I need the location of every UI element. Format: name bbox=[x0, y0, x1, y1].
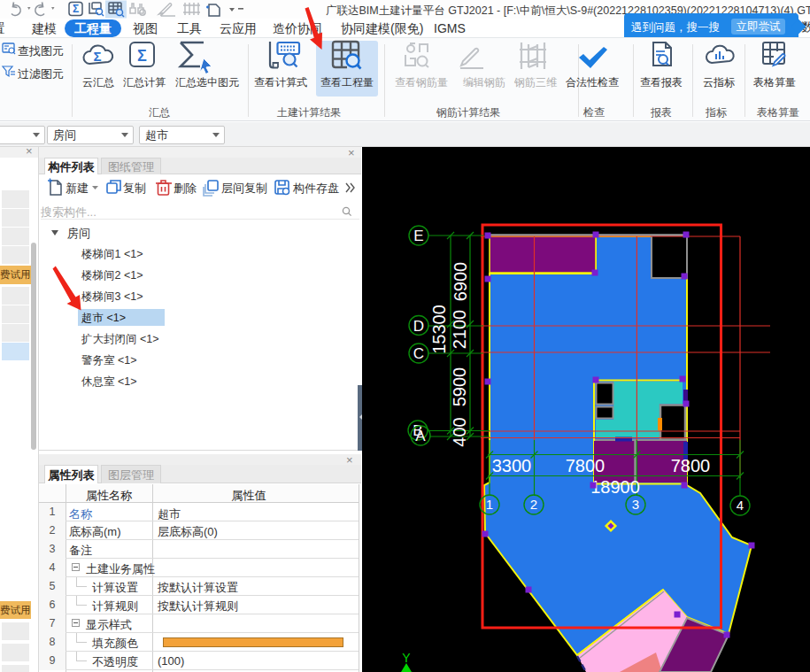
svg-text:Σ: Σ bbox=[93, 49, 101, 64]
svg-text:2: 2 bbox=[530, 497, 537, 512]
svg-text:7800: 7800 bbox=[671, 456, 711, 475]
svg-text:6900: 6900 bbox=[451, 262, 470, 302]
svg-text:15300: 15300 bbox=[429, 305, 449, 354]
svg-text:Σ: Σ bbox=[73, 3, 79, 15]
svg-text:A: A bbox=[415, 428, 426, 444]
svg-text:Σ: Σ bbox=[137, 47, 147, 65]
svg-text:Y: Y bbox=[402, 651, 411, 665]
svg-text:7800: 7800 bbox=[566, 456, 606, 475]
svg-text:2100: 2100 bbox=[450, 310, 469, 350]
svg-text:3: 3 bbox=[632, 497, 639, 512]
svg-text:E: E bbox=[413, 228, 423, 244]
svg-text:400: 400 bbox=[450, 417, 469, 446]
svg-text:D: D bbox=[413, 318, 424, 335]
svg-text:5900: 5900 bbox=[450, 367, 469, 407]
svg-text:18900: 18900 bbox=[590, 477, 640, 497]
svg-text:C: C bbox=[413, 345, 424, 362]
svg-text:4: 4 bbox=[737, 498, 744, 513]
svg-text:1: 1 bbox=[486, 497, 493, 512]
svg-text:3300: 3300 bbox=[492, 456, 532, 475]
